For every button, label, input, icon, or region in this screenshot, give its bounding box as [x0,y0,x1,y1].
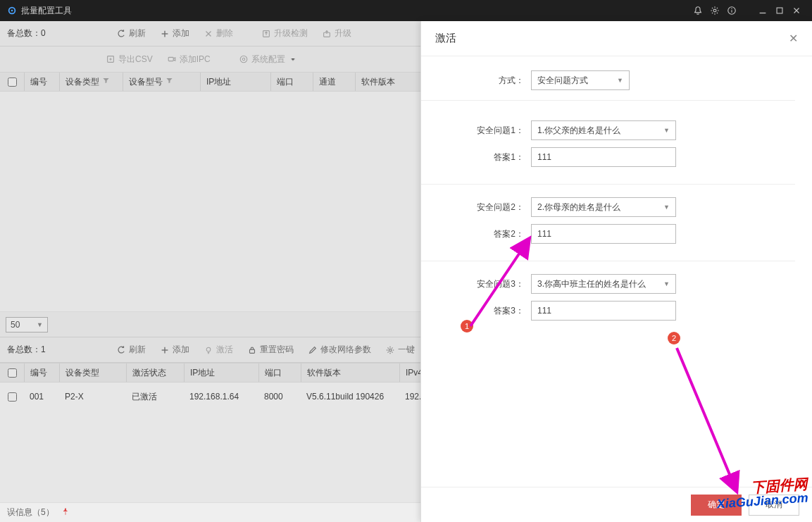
add-ipc-button[interactable]: 添加IPC [160,49,218,69]
reset-password-button[interactable]: 重置密码 [240,340,301,360]
maximize-icon[interactable] [771,2,788,19]
svg-point-1 [11,10,13,12]
edit-icon [308,345,318,355]
top-device-count: 备总数：0 [7,27,46,39]
add-ipc-label: 添加IPC [180,54,211,66]
sys-config-label: 系统配置 [251,54,285,66]
app-title: 批量配置工具 [21,5,72,17]
cell-dev-type: P2-X [59,392,126,402]
page-size-value: 50 [11,320,20,330]
close-icon[interactable] [788,2,805,19]
upgrade-check-button[interactable]: 升级检测 [254,24,315,44]
upgrade-check-label: 升级检测 [274,27,308,39]
col-channel: 通道 [313,73,355,91]
bulb-icon [204,345,213,355]
svg-point-2 [713,9,716,12]
panel-title: 激活 [435,32,456,45]
pin-icon[interactable] [61,507,70,518]
titlebar: 批量配置工具 [0,0,812,21]
lock-icon [247,345,257,355]
svg-point-19 [240,56,247,63]
export-csv-label: 导出CSV [118,54,153,66]
bottom-select-all-checkbox[interactable] [8,368,17,378]
row-checkbox[interactable] [8,392,17,402]
svg-rect-23 [249,349,254,353]
gear-small-icon [239,54,249,64]
filter-icon[interactable] [102,77,110,87]
svg-rect-7 [777,8,782,13]
error-bar-label: 误信息（5） [7,507,54,518]
q3-select[interactable]: 3.你高中班主任的姓名是什么 ▼ [531,274,676,294]
refresh-label: 刷新 [129,344,146,356]
page-size-select[interactable]: 50 ▼ [6,317,48,333]
a3-label: 答案3： [421,305,531,317]
col-sw-ver: 软件版本 [355,73,418,91]
method-label: 方式： [421,75,531,87]
activate-button[interactable]: 激活 [196,340,240,360]
app-logo-icon [7,6,17,15]
col-ip: IP地址 [200,73,270,91]
chevron-down-icon: ▼ [663,204,670,211]
top-select-all-checkbox[interactable] [8,77,17,87]
chevron-down-icon: ▼ [617,77,623,84]
minimize-icon[interactable] [754,2,771,19]
a1-input[interactable] [531,147,676,167]
bell-icon[interactable] [689,2,706,19]
chevron-down-icon [288,54,298,64]
cell-number: 001 [24,392,59,402]
cancel-button[interactable]: 取消 [749,495,799,516]
q2-label: 安全问题2： [421,201,531,213]
a1-label: 答案1： [421,151,531,163]
add-label: 添加 [173,344,189,356]
cell-activate-status: 已激活 [126,391,184,403]
delete-button[interactable]: 删除 [196,24,240,44]
col-number: 编号 [24,73,59,91]
ok-button[interactable]: 确定 [691,495,742,516]
gear-icon[interactable] [706,2,723,19]
col-dev-type: 设备类型 [59,73,123,91]
refresh-label: 刷新 [129,27,146,39]
method-value: 安全问题方式 [537,75,588,87]
q2-select[interactable]: 2.你母亲的姓名是什么 ▼ [531,197,676,217]
modify-network-label: 修改网络参数 [320,344,371,356]
upgrade-label: 升级 [335,27,351,39]
a2-input[interactable] [531,224,676,244]
method-select[interactable]: 安全问题方式 ▼ [531,70,630,90]
svg-point-5 [731,8,732,9]
cell-ip: 192.168.1.64 [184,392,258,402]
filter-icon[interactable] [165,77,173,87]
refresh-button[interactable]: 刷新 [109,340,153,360]
camera-icon [167,54,177,64]
svg-point-18 [242,58,245,61]
svg-point-24 [389,349,392,352]
col-number: 编号 [24,363,59,382]
col-sw-ver: 软件版本 [301,363,399,382]
chevron-down-icon: ▼ [663,280,670,287]
close-icon[interactable]: ✕ [789,32,798,45]
a3-input[interactable] [531,301,676,321]
svg-point-22 [206,347,211,352]
add-button[interactable]: 添加 [153,340,196,360]
plus-icon [160,29,170,39]
q2-value: 2.你母亲的姓名是什么 [537,201,620,213]
one-key-label: 一键 [398,344,415,356]
export-icon [106,54,115,64]
add-button[interactable]: 添加 [153,24,196,44]
export-csv-button[interactable]: 导出CSV [99,49,160,69]
info-icon[interactable] [723,2,740,19]
q1-select[interactable]: 1.你父亲的姓名是什么 ▼ [531,120,676,140]
col-activate-status: 激活状态 [126,363,184,382]
activate-label: 激活 [216,344,233,356]
one-key-button[interactable]: 一键 [378,340,422,360]
q1-label: 安全问题1： [421,125,531,137]
refresh-button[interactable]: 刷新 [109,24,153,44]
upgrade-button[interactable]: 升级 [315,24,358,44]
chevron-down-icon: ▼ [37,321,43,328]
col-dev-model: 设备型号 [123,73,200,91]
delete-icon [204,29,213,39]
a2-label: 答案2： [421,228,531,240]
col-dev-type: 设备类型 [59,363,126,382]
sys-config-button[interactable]: 系统配置 [232,49,305,69]
modify-network-button[interactable]: 修改网络参数 [301,340,378,360]
q1-value: 1.你父亲的姓名是什么 [537,125,620,137]
